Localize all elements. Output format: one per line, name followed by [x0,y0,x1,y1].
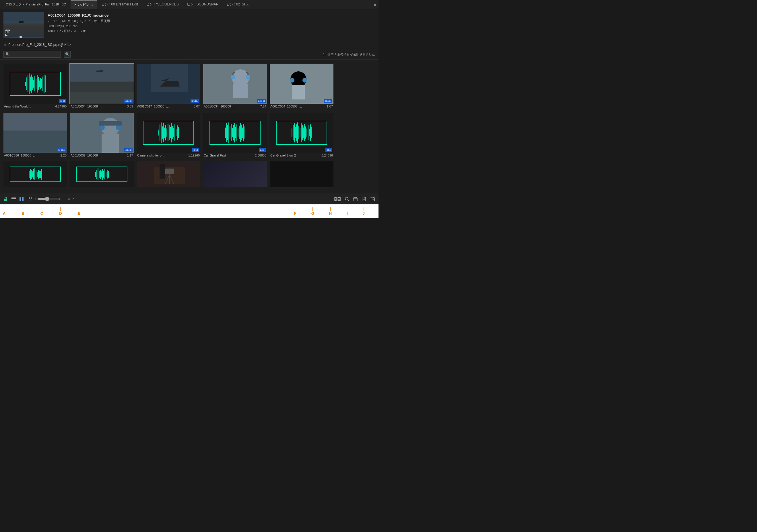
svg-point-31 [100,125,105,130]
grid-item-10[interactable]: ⊞⊞ Car Gravel Slow 2 6:24696 [269,111,335,160]
svg-point-32 [116,125,121,130]
sort-button[interactable]: ≡ [68,197,70,201]
grid-item-8[interactable]: ⊞⊞ Camera shutter p... 1:19260 [136,111,201,160]
toolbar-sep-1 [64,196,64,202]
icon-view-button[interactable] [19,196,24,202]
svg-point-24 [302,78,307,83]
annotation-J: J [363,207,365,215]
annotation-D: D [59,207,62,215]
grid-item-1[interactable]: ⊞⊞ Around the World... 4:24960 [2,63,68,111]
svg-rect-45 [19,197,21,199]
item-label-7: A001C037_160508_... 1:17 [70,153,134,157]
thumbnail-2: ⊞⊞⊞ [70,64,134,104]
badge-audio-8: ⊞⊞ [192,148,199,152]
scrubber[interactable] [10,37,43,38]
item-label-4: A001C034_160508_... 7:24 [203,104,267,108]
play-button[interactable]: ▶ [5,33,8,37]
svg-rect-17 [233,84,248,98]
new-item-button[interactable] [361,196,367,202]
svg-rect-48 [22,199,23,201]
svg-rect-36 [160,164,165,179]
svg-rect-55 [335,200,336,201]
grid-item-11[interactable] [2,160,68,190]
waveform-8 [143,121,194,145]
item-label-1: Around the World... 4:24960 [3,104,67,108]
grid-item-15[interactable] [269,160,335,190]
grid-item-2[interactable]: ⊞⊞⊞ A001C004_160508_... 3:09 [69,63,135,111]
svg-rect-30 [102,134,119,153]
tab-bin-soundsnap[interactable]: ビン : SOUNDSNAP [183,0,222,9]
freeform-view-button[interactable] [26,196,32,202]
folder-up-icon[interactable]: ⬆ [3,43,7,47]
grid-item-4[interactable]: ⊞⊞⊞ A001C034_160508_... 7:24 [202,63,268,111]
tab-bin-sequences[interactable]: ビン : *SEQUENCES [143,0,182,9]
search-input[interactable] [10,52,59,56]
svg-point-23 [290,78,294,83]
search-filter-button[interactable]: 🔍 [64,51,71,58]
svg-rect-51 [28,199,30,201]
thumbnail-10: ⊞⊞ [270,113,333,153]
thumbnail-14 [203,161,267,187]
item-label-5: A001C034_160508_... 1:07 [270,104,333,108]
tab-project[interactable]: プロジェクト:PremierePro_Fall_2018_IBC [2,0,70,9]
lock-button[interactable] [3,196,9,202]
svg-rect-41 [4,199,7,201]
grid-item-9[interactable]: ⊞⊞ Car Gravel Fast 2:38808 [202,111,268,160]
item-label-10: Car Gravel Slow 2 6:24696 [270,153,333,157]
svg-rect-62 [353,198,357,201]
grid-item-12[interactable] [69,160,135,190]
list-view-button[interactable] [11,196,16,202]
sort-confirm-button[interactable]: ✓ [72,197,75,201]
grid-item-14[interactable] [202,160,268,190]
tab-bin-active[interactable]: ビン: ビン ≡ [71,0,97,9]
badge-film-6: ⊞⊞⊞ [57,148,66,152]
badge-film-7: ⊞⊞⊞ [124,148,133,152]
bottom-toolbar: ○ ≡ ✓ [0,193,378,204]
preview-area: 📷 ▶ A001C004_160508_R1JC.mov.mov ムービー, 6… [0,9,378,41]
svg-rect-58 [338,199,340,200]
svg-rect-66 [371,198,375,201]
toolbar-left: ○ ≡ ✓ [3,196,75,202]
thumbnail-1: ⊞⊞ [3,64,67,104]
tab-bin-sfx[interactable]: ビン : 02_SFX [223,0,252,9]
svg-rect-5 [19,21,23,23]
badge-audio-9: ⊞⊞ [259,148,266,152]
svg-rect-42 [12,197,16,198]
clear-button[interactable] [370,196,376,202]
grid-item-13[interactable] [136,160,201,190]
new-bin-button[interactable] [353,196,358,202]
annotation-G: G [311,207,314,215]
search-input-wrap[interactable]: 🔍 [3,51,61,58]
svg-rect-37 [165,169,174,174]
tab-more[interactable]: » [374,2,376,7]
size-range-input[interactable] [37,197,60,201]
grid-item-6[interactable]: ⊞⊞⊞ A001C036_160508_... 2:20 [2,111,68,160]
svg-rect-46 [22,197,23,199]
svg-rect-27 [3,113,67,131]
preview-meta: ムービー, 640 x 360 (1.0) ✓ ビデオ 1 回使用 00:00:… [47,19,110,34]
thumbnail-13 [136,161,200,187]
thumbnail-size-slider[interactable]: ○ [34,197,60,201]
svg-rect-8 [70,64,134,82]
svg-line-61 [348,200,349,201]
svg-rect-47 [19,199,21,201]
thumbnail-5: ⊞⊞⊞ [270,64,333,104]
annotation-H: H [329,207,332,215]
svg-rect-33 [99,121,122,126]
search-icon: 🔍 [6,52,10,56]
annotations-row: A B C D E F G H [0,204,378,218]
thumbnail-4: ⊞⊞⊞ [203,64,267,104]
annotation-F: F [294,207,296,215]
breadcrumb: ⬆ PremierePro_Fall_2018_IBC.prproj\ ビン [0,41,378,49]
tab-bin-00dreamers[interactable]: ビン : 00 Dreamers Edit [98,0,141,9]
grid-item-7[interactable]: ⊞⊞⊞ A001C037_160508_... 1:17 [69,111,135,160]
badge-film-3: ⊞⊞⊞ [191,99,199,103]
annotation-I: I [347,207,348,215]
find-button[interactable] [344,196,350,202]
automate-to-sequence-button[interactable] [334,196,341,202]
waveform-1 [10,72,61,96]
thumbnail-6: ⊞⊞⊞ [3,113,67,153]
grid-item-5[interactable]: ⊞⊞⊞ A001C034_160508_... 1:07 [269,63,335,111]
item-label-3: A001C017_160508_... 3:07 [136,104,200,108]
grid-item-3[interactable]: ⊞⊞⊞ A001C017_160508_... 3:07 [136,63,201,111]
